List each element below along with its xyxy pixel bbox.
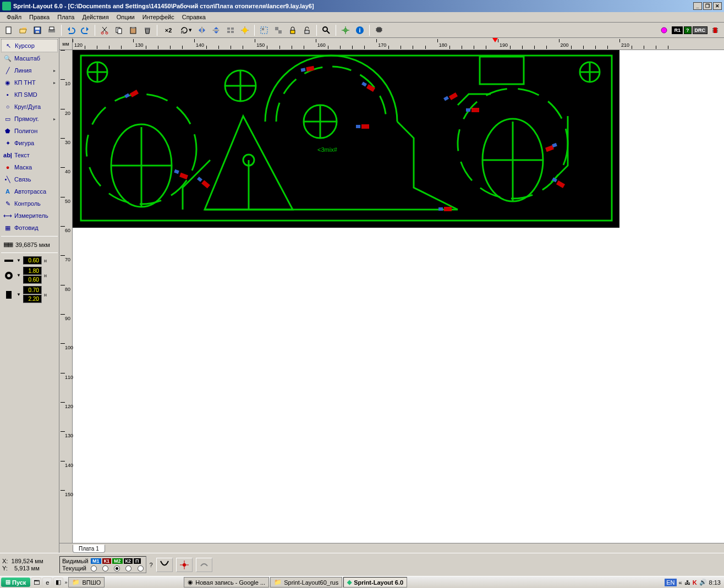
redo-icon[interactable]	[79, 24, 92, 36]
tool-pad-smd[interactable]: ▪КП SMD	[1, 89, 58, 101]
close-button[interactable]: ✕	[713, 2, 722, 10]
tool-cursor[interactable]: ↖Курсор	[1, 39, 58, 52]
layer-radio-m2[interactable]	[114, 565, 120, 571]
ungroup-icon[interactable]	[272, 24, 285, 36]
tray-network-icon[interactable]: 🖧	[684, 579, 690, 586]
r1-badge[interactable]: R1	[672, 26, 683, 34]
info-icon[interactable]: i	[353, 24, 366, 36]
start-button[interactable]: ⊞ Пуск	[1, 578, 30, 587]
crosshair-icon[interactable]	[339, 24, 352, 36]
tool-line[interactable]: ╱Линия	[1, 64, 58, 76]
pad-icon	[3, 270, 14, 281]
tool-zoom[interactable]: 🔍Масштаб	[1, 52, 58, 64]
tool-mask[interactable]: ●Маска	[1, 161, 58, 173]
tool-polygon[interactable]: ⬟Полигон	[1, 125, 58, 137]
ruler-horizontal[interactable]: 120130140150160170180190200210	[73, 38, 724, 50]
search-icon[interactable]	[320, 24, 333, 36]
layer-k2[interactable]: К2	[124, 558, 133, 564]
tool-circle[interactable]: ○Круг/Дуга	[1, 101, 58, 113]
taskbar-item-app[interactable]: ◆ Sprint-Layout 6.0	[343, 577, 407, 587]
layer-m1[interactable]: М1	[91, 558, 101, 564]
unlock-icon[interactable]	[300, 24, 314, 36]
help-badge[interactable]: ?	[684, 26, 692, 34]
layer-radio-m1[interactable]	[91, 565, 97, 571]
visible-label: Видимый	[62, 558, 90, 564]
svg-rect-83	[356, 125, 360, 128]
tray-k-icon[interactable]: K	[693, 579, 697, 586]
layer-radio-k2[interactable]	[125, 565, 131, 571]
menu-help[interactable]: Справка	[179, 13, 209, 21]
menu-file[interactable]: Файл	[3, 13, 25, 21]
copy-icon[interactable]	[112, 24, 125, 36]
tool-check[interactable]: ✎Контроль	[1, 197, 58, 210]
board-tab[interactable]: Плата 1	[73, 545, 105, 553]
menu-actions[interactable]: Действия	[79, 13, 112, 21]
svg-point-26	[323, 27, 327, 31]
gear-icon[interactable]	[372, 24, 386, 36]
tool-photoview[interactable]: ▦Фотовид	[1, 222, 58, 234]
drc-badge[interactable]: DRC	[693, 26, 708, 34]
tool-connection[interactable]: •╲Связь	[1, 173, 58, 185]
layer-p[interactable]: П	[134, 558, 140, 564]
pad-size[interactable]: ▼ 1.80 0.60 н	[1, 266, 58, 285]
record-icon[interactable]	[657, 24, 671, 36]
clock[interactable]: 8:13	[709, 579, 721, 586]
mirror-h-icon[interactable]	[195, 24, 209, 36]
taskbar-item-folder[interactable]: 📁 Sprint-Layout60_rus	[270, 577, 342, 587]
align-icon[interactable]	[224, 24, 237, 36]
ruler-vertical[interactable]: 102030405060708090100110120130140150	[59, 50, 73, 553]
layer-radio-p[interactable]	[138, 565, 144, 571]
print-icon[interactable]	[45, 24, 58, 36]
menu-edit[interactable]: Правка	[26, 13, 53, 21]
menu-options[interactable]: Опции	[113, 13, 138, 21]
tool-text[interactable]: ab|Текст	[1, 149, 58, 161]
taskbar-item[interactable]: 📁 ВПШО	[68, 577, 105, 587]
layer-radio-k1[interactable]	[102, 565, 108, 571]
quick-desktop-icon[interactable]: 🗔	[31, 578, 41, 587]
taskbar-item-chrome[interactable]: ◉ Новая запись - Google ...	[184, 577, 269, 587]
open-icon[interactable]	[17, 24, 30, 36]
status-btn-3[interactable]	[196, 558, 212, 572]
group-icon[interactable]	[257, 24, 271, 36]
undo-icon[interactable]	[64, 24, 78, 36]
maximize-button[interactable]: ❐	[703, 2, 712, 10]
layer-help[interactable]: ?	[150, 562, 153, 568]
minimize-button[interactable]: _	[693, 2, 702, 10]
status-btn-1[interactable]	[156, 558, 173, 572]
tool-shape[interactable]: ✦Фигура	[1, 137, 58, 149]
quick-ie-icon[interactable]: e	[42, 578, 52, 587]
menu-board[interactable]: Плата	[54, 13, 78, 21]
rotate-icon[interactable]: ▾	[178, 24, 194, 36]
paste-icon[interactable]	[127, 24, 140, 36]
quick-app-icon[interactable]: ◧	[53, 578, 63, 587]
save-icon[interactable]	[31, 24, 44, 36]
tool-autoroute[interactable]: AАвтотрасса	[1, 185, 58, 197]
delete-icon[interactable]	[141, 24, 154, 36]
pcb-design-canvas[interactable]: <3mix#	[73, 50, 619, 228]
component-icon[interactable]	[709, 24, 722, 36]
tool-pad-tht[interactable]: ◉КП THT	[1, 76, 58, 89]
grid-info[interactable]: ▦▦ 39,6875 мкм	[1, 239, 58, 250]
lock-icon[interactable]	[286, 24, 299, 36]
duplicate-icon[interactable]: ×2	[160, 24, 177, 36]
tool-rect[interactable]: ▭Прямоуг.	[1, 113, 58, 125]
track-icon	[3, 257, 14, 265]
menu-interface[interactable]: Интерфейс	[139, 13, 178, 21]
layer-m2[interactable]: М2	[112, 558, 123, 564]
snap-icon[interactable]	[238, 24, 251, 36]
cut-icon[interactable]	[98, 24, 111, 36]
tray-expand-icon[interactable]: «	[679, 579, 682, 586]
smd-size[interactable]: ▼ 0.70 2.20 н	[1, 285, 58, 304]
svg-rect-17	[227, 31, 230, 33]
new-icon[interactable]	[2, 24, 15, 36]
folder-icon: 📁	[72, 579, 80, 586]
work-area: ↖Курсор 🔍Масштаб ╱Линия ◉КП THT ▪КП SMD …	[0, 38, 724, 553]
tray-volume-icon[interactable]: 🔊	[699, 579, 707, 586]
mirror-v-icon[interactable]	[210, 24, 223, 36]
lang-indicator[interactable]: EN	[665, 579, 676, 586]
status-btn-2[interactable]	[176, 558, 193, 572]
layer-k1[interactable]: К1	[102, 558, 112, 564]
track-width[interactable]: ▼ 0.60 н	[1, 255, 58, 266]
svg-text:i: i	[359, 27, 360, 34]
tool-measure[interactable]: ⟷Измеритель	[1, 210, 58, 222]
